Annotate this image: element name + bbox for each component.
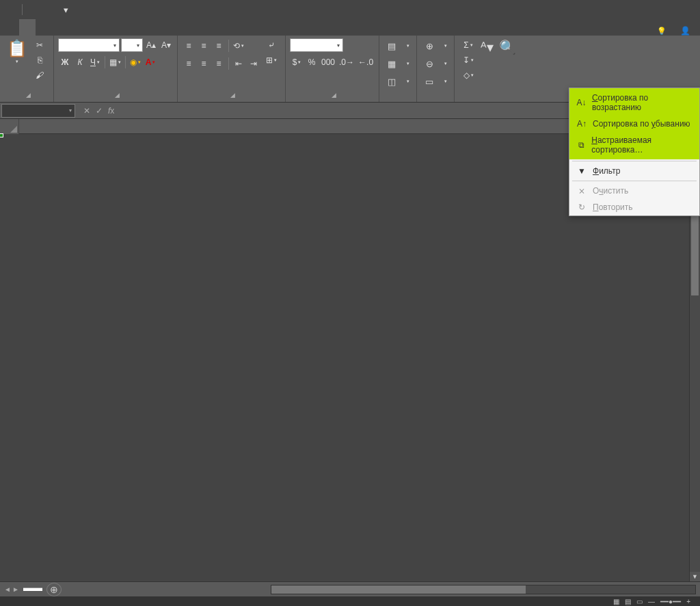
cell-styles-icon: ◫ [386, 77, 397, 86]
fill-color-button[interactable]: ◉▾ [129, 55, 142, 69]
filter-icon: ▼ [576, 166, 587, 176]
sheet-tab-bar: ◄► ⊕ [0, 581, 700, 596]
percent-button[interactable]: % [305, 55, 319, 69]
qat-customize[interactable]: ▾ [58, 2, 73, 17]
zoom-slider[interactable]: ━━●━━ [660, 598, 681, 605]
sort-desc-icon: A↑ [576, 119, 587, 129]
sort-filter-button[interactable]: ᴬ▾ [478, 38, 496, 57]
view-page-break-button[interactable]: ▭ [636, 598, 643, 605]
font-color-button[interactable]: A▾ [144, 55, 157, 69]
font-name-combo[interactable]: ▾ [58, 38, 120, 52]
number-format-combo[interactable]: ▾ [290, 38, 343, 52]
font-launcher[interactable]: ◢ [115, 92, 120, 98]
align-bottom-button[interactable]: ≡ [212, 39, 226, 53]
view-page-layout-button[interactable]: ▤ [625, 598, 631, 605]
tab-insert[interactable] [36, 19, 52, 36]
font-size-combo[interactable]: ▾ [121, 38, 143, 52]
menu-custom-sort[interactable]: ⧉Настраиваемая сортировка… [569, 132, 699, 158]
paste-button[interactable]: 📋 ▾ [4, 38, 30, 66]
tell-me-search[interactable]: 💡 [657, 27, 671, 36]
horizontal-scrollbar[interactable] [271, 585, 696, 594]
accounting-format-button[interactable]: $▾ [290, 55, 304, 69]
decrease-indent-button[interactable]: ⇤ [232, 57, 245, 70]
sort-filter-menu: A↓Сортировка по возрастанию A↑Сортировка… [569, 88, 700, 216]
align-left-button[interactable]: ≡ [182, 57, 196, 70]
orientation-button[interactable]: ⟲▾ [232, 39, 245, 53]
zoom-out-button[interactable]: — [648, 598, 655, 605]
menu-sort-ascending[interactable]: A↓Сортировка по возрастанию [569, 90, 699, 116]
delete-cells-button[interactable]: ⊖▾ [421, 56, 450, 71]
underline-button[interactable]: Ч▾ [88, 55, 102, 69]
wrap-text-button[interactable]: ⤶ [265, 38, 278, 52]
align-top-button[interactable]: ≡ [182, 39, 196, 53]
cancel-formula-button[interactable]: ✕ [83, 106, 90, 116]
increase-font-button[interactable]: A▴ [144, 38, 158, 52]
zoom-in-button[interactable]: + [686, 598, 690, 605]
decrease-decimal-button[interactable]: ←.0 [357, 55, 375, 69]
ribbon-display-options[interactable] [577, 0, 608, 19]
tab-file[interactable] [3, 19, 19, 36]
cell-styles-button[interactable]: ◫▾ [383, 74, 412, 89]
menu-filter[interactable]: ▼Фильтр [569, 163, 699, 179]
share-button[interactable]: 👤 [680, 26, 695, 36]
format-cells-button[interactable]: ▭▾ [421, 74, 450, 89]
quick-access-toolbar: ▾ [0, 2, 73, 17]
group-alignment: ≡ ≡ ≡ ⟲▾ ≡ ≡ ≡ ⇤ ⇥ ⤶ ⊞▾ ◢ [178, 36, 286, 102]
copy-button[interactable]: ⎘ [33, 53, 46, 67]
number-launcher[interactable]: ◢ [332, 92, 336, 98]
view-normal-button[interactable]: ▦ [613, 598, 619, 605]
autosum-button[interactable]: Σ▾ [461, 38, 475, 52]
active-cell-outline [0, 134, 3, 137]
tab-view[interactable] [118, 19, 134, 36]
align-center-button[interactable]: ≡ [197, 57, 211, 70]
insert-cells-button[interactable]: ⊕▾ [421, 38, 450, 53]
sheet-tab-1[interactable] [23, 588, 42, 591]
tab-review[interactable] [101, 19, 118, 36]
tab-data[interactable] [85, 19, 101, 36]
tab-developer[interactable] [134, 19, 150, 36]
increase-decimal-button[interactable]: .0→ [338, 55, 355, 69]
insert-icon: ⊕ [424, 41, 435, 51]
find-select-button[interactable]: 🔍 [496, 38, 519, 57]
redo-button[interactable] [42, 2, 57, 17]
clear-button[interactable]: ◇▾ [461, 68, 475, 82]
merge-button[interactable]: ⊞▾ [265, 53, 278, 67]
clipboard-launcher[interactable]: ◢ [26, 92, 31, 98]
tab-page-layout[interactable] [52, 19, 68, 36]
enter-formula-button[interactable]: ✓ [96, 106, 103, 116]
select-all-button[interactable] [0, 119, 19, 134]
group-number: ▾ $▾ % 000 .0→ ←.0 ◢ [286, 36, 379, 102]
format-painter-button[interactable]: 🖌 [33, 68, 46, 82]
tab-formulas[interactable] [68, 19, 85, 36]
italic-button[interactable]: К [73, 55, 87, 69]
fill-button[interactable]: ↧▾ [461, 53, 475, 67]
format-as-table-button[interactable]: ▦▾ [383, 56, 412, 71]
increase-indent-button[interactable]: ⇥ [247, 57, 260, 70]
align-middle-button[interactable]: ≡ [197, 39, 211, 53]
decrease-font-button[interactable]: A▾ [159, 38, 173, 52]
save-button[interactable] [4, 2, 19, 17]
tab-home[interactable] [19, 19, 36, 36]
name-box[interactable]: ▾ [1, 104, 75, 118]
bold-button[interactable]: Ж [58, 55, 72, 69]
fx-button[interactable]: fx [108, 106, 114, 116]
cut-button[interactable]: ✂ [33, 38, 46, 52]
repeat-icon: ↻ [576, 202, 587, 212]
scroll-down-button[interactable]: ▼ [690, 572, 700, 581]
undo-button[interactable] [25, 2, 40, 17]
cond-format-icon: ▤ [386, 41, 397, 51]
menu-sort-descending[interactable]: A↑Сортировка по убыванию [569, 116, 699, 132]
align-right-button[interactable]: ≡ [212, 57, 226, 70]
sheet-nav[interactable]: ◄► [0, 585, 23, 593]
group-styles: ▤▾ ▦▾ ◫▾ [379, 36, 417, 102]
minimize-button[interactable] [608, 0, 638, 19]
maximize-button[interactable] [638, 0, 669, 19]
title-bar: ▾ [0, 0, 700, 19]
conditional-formatting-button[interactable]: ▤▾ [383, 38, 412, 53]
add-sheet-button[interactable]: ⊕ [46, 583, 62, 596]
alignment-launcher[interactable]: ◢ [230, 92, 235, 98]
comma-button[interactable]: 000 [320, 55, 336, 69]
close-button[interactable] [669, 0, 700, 19]
hscroll-thumb[interactable] [271, 585, 526, 594]
borders-button[interactable]: ▦▾ [108, 55, 122, 69]
